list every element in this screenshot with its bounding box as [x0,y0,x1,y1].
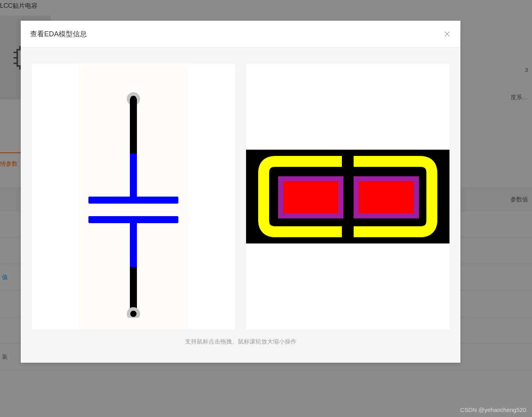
schematic-pane[interactable] [32,64,235,329]
svg-rect-22 [130,222,137,267]
watermark: CSDN @yehaocheng520 [460,406,526,413]
footprint-pane[interactable] [246,64,449,329]
close-button[interactable] [443,30,451,38]
close-icon [444,31,450,37]
svg-rect-28 [283,181,338,214]
modal-title: 查看EDA模型信息 [30,29,87,39]
smd-footprint[interactable] [246,150,449,243]
svg-rect-20 [88,197,178,204]
svg-point-25 [130,311,137,317]
svg-rect-18 [130,99,137,154]
modal-body [21,47,460,329]
svg-rect-19 [130,154,137,199]
eda-model-modal: 查看EDA模型信息 [21,21,460,363]
capacitor-schematic-symbol[interactable] [75,75,192,318]
svg-rect-30 [359,181,414,214]
interaction-hint: 支持鼠标点击拖拽、鼠标滚轮放大缩小操作 [21,338,460,345]
modal-header: 查看EDA模型信息 [21,21,460,47]
